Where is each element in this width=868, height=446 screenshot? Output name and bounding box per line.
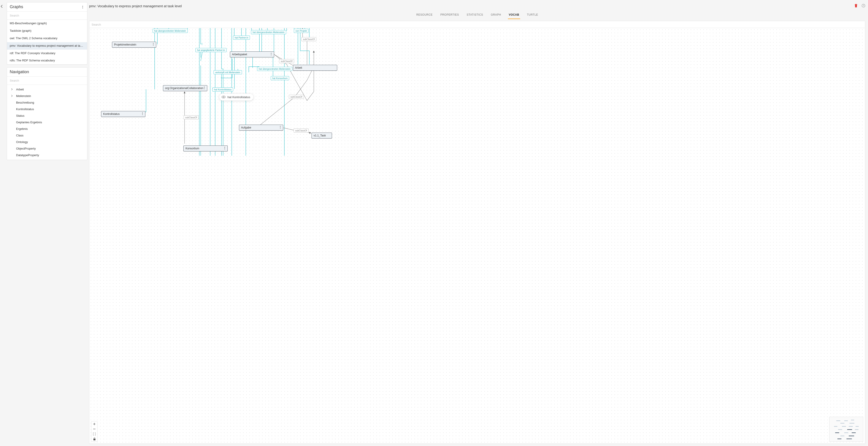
nav-item[interactable]: Beschreibung xyxy=(7,99,87,106)
relation-label[interactable]: verknüpft mit Meilenstein xyxy=(214,70,242,74)
graphs-more-icon[interactable]: ⋮ xyxy=(81,5,84,9)
minimap[interactable] xyxy=(829,417,863,442)
collapse-sidebar-button[interactable] xyxy=(0,4,4,9)
tab-properties[interactable]: PROPERTIES xyxy=(439,13,460,19)
node-menu-icon[interactable]: ⋮ xyxy=(270,53,273,55)
relation-label[interactable]: subClassOf xyxy=(279,59,294,63)
graphs-panel: Graphs ⋮ MS-Beschreibungen (graph)Taskli… xyxy=(7,2,87,65)
svg-text:?: ? xyxy=(863,4,864,7)
main-area: pmv: Vocabulary to express project manag… xyxy=(87,0,868,446)
nav-item-label: Ergebnis xyxy=(15,127,28,131)
lock-button[interactable] xyxy=(91,437,97,442)
node-label: Arbeitspaket xyxy=(232,53,247,56)
nav-item-label: ObjectProperty xyxy=(15,147,36,150)
node-label: Konsortium xyxy=(185,147,199,150)
graphs-search-input[interactable] xyxy=(7,11,87,20)
nav-item-label: Kontrollstatus xyxy=(15,107,34,111)
node-label: org:OrganizationalCollaboration xyxy=(165,87,204,90)
nav-item[interactable]: Arbeit xyxy=(7,86,87,93)
graphs-list-item[interactable]: MS-Beschreibungen (graph) xyxy=(7,20,87,27)
relation-label[interactable]: hat übergeordneten Meilenstein xyxy=(257,67,292,71)
relation-label[interactable]: subClassOf xyxy=(184,115,198,120)
node-org-collab[interactable]: org:OrganizationalCollaboration⋮ xyxy=(163,85,207,91)
zoom-controls xyxy=(91,421,97,442)
graphs-list-item[interactable]: pmv: Vocabulary to express project manag… xyxy=(7,42,87,50)
navigation-list: ArbeitMeilensteinBeschreibungKontrollsta… xyxy=(7,85,87,160)
relation-label[interactable]: hat übergeordneten Meilenstein xyxy=(153,29,188,33)
nav-item[interactable]: Status xyxy=(7,113,87,119)
tab-turtle[interactable]: TURTLE xyxy=(526,13,539,19)
nav-item-label: DatatypeProperty xyxy=(15,153,39,157)
navigation-title: Navigation xyxy=(10,70,29,74)
relation-label[interactable]: subClassOf xyxy=(293,128,309,133)
relation-label[interactable]: hat Partner:in xyxy=(233,36,250,40)
node-arbeitspaket[interactable]: Arbeitspaket⋮ xyxy=(230,52,274,57)
relation-label[interactable]: subClassOf xyxy=(289,95,304,99)
node-arbeit[interactable]: Arbeit xyxy=(293,65,337,71)
nav-item[interactable]: Geplantes Ergebnis xyxy=(7,119,87,126)
relation-label[interactable]: subClassOf xyxy=(301,37,316,41)
tab-vocab[interactable]: VOCAB xyxy=(508,13,520,19)
nav-item[interactable]: Class xyxy=(7,132,87,139)
relation-label[interactable]: von Projekt xyxy=(294,29,308,33)
node-label: v1.1_Task xyxy=(314,134,326,137)
page-title: pmv: Vocabulary to express project manag… xyxy=(89,4,182,8)
nav-item[interactable]: Ergebnis xyxy=(7,126,87,132)
tab-statistics[interactable]: STATISTICS xyxy=(466,13,484,19)
graphs-list-item[interactable]: owl: The OWL 2 Schema vocabulary xyxy=(7,35,87,42)
main-header: pmv: Vocabulary to express project manag… xyxy=(89,2,865,9)
nav-item-label: Class xyxy=(15,134,24,137)
help-icon[interactable]: ? xyxy=(862,4,865,8)
canvas-search xyxy=(89,21,865,28)
eye-icon xyxy=(221,95,226,99)
canvas-area: hat Kontrollstatus Projektmeilenstein⋮Ar… xyxy=(89,21,865,444)
tab-resource[interactable]: RESOURCE xyxy=(415,13,434,19)
canvas-search-input[interactable] xyxy=(89,21,865,28)
graphs-list-item[interactable]: rdfs: The RDF Schema vocabulary xyxy=(7,57,87,64)
tab-graph[interactable]: GRAPH xyxy=(490,13,502,19)
graphs-list-item[interactable]: Taskliste (graph) xyxy=(7,27,87,35)
node-menu-icon[interactable]: ⋮ xyxy=(152,43,155,45)
nav-item[interactable]: DatatypeProperty xyxy=(7,152,87,158)
node-menu-icon[interactable]: ⋮ xyxy=(203,86,206,89)
node-aufgabe[interactable]: Aufgabe⋮ xyxy=(239,125,283,131)
node-menu-icon[interactable]: ⋮ xyxy=(223,147,226,149)
navigation-search xyxy=(7,76,87,85)
tabs: RESOURCEPROPERTIESSTATISTICSGRAPHVOCABTU… xyxy=(89,11,865,19)
navigation-panel-header: Navigation xyxy=(7,67,87,76)
node-menu-icon[interactable]: ⋮ xyxy=(141,112,144,115)
nav-item-label: Status xyxy=(15,114,25,117)
graph-canvas[interactable]: hat Kontrollstatus Projektmeilenstein⋮Ar… xyxy=(89,28,865,444)
zoom-in-button[interactable] xyxy=(91,421,97,426)
node-label: Kontrollstatus xyxy=(103,113,120,116)
relation-label[interactable]: hat Konsortium xyxy=(271,76,289,80)
relation-label[interactable]: hat übergeordneten Meilenstein xyxy=(251,30,286,34)
graphs-list: MS-Beschreibungen (graph)Taskliste (grap… xyxy=(7,20,87,64)
nav-item-label: Meilenstein xyxy=(15,94,31,98)
nav-item[interactable]: Ontology xyxy=(7,139,87,145)
tooltip: hat Kontrollstatus xyxy=(219,93,253,101)
svg-rect-3 xyxy=(93,439,95,440)
nav-item-label: Ontology xyxy=(15,140,28,144)
chevron-right-icon[interactable] xyxy=(11,94,15,98)
relation-label[interactable]: hat angegliederte Partner:in xyxy=(195,48,226,52)
delete-icon[interactable] xyxy=(855,4,858,8)
chevron-right-icon[interactable] xyxy=(11,88,15,91)
node-v11task[interactable]: v1.1_Task xyxy=(312,133,332,138)
nav-item[interactable]: ObjectProperty xyxy=(7,145,87,152)
node-projektmeilenstein[interactable]: Projektmeilenstein⋮ xyxy=(112,42,156,47)
node-kontrollstatus[interactable]: Kontrollstatus⋮ xyxy=(101,111,145,117)
node-menu-icon[interactable]: ⋮ xyxy=(279,126,282,128)
navigation-search-input[interactable] xyxy=(7,76,87,85)
relation-label[interactable]: hat Kontrollstatus xyxy=(213,88,233,92)
node-label: Arbeit xyxy=(295,66,302,69)
fit-button[interactable] xyxy=(91,432,97,437)
tooltip-label: hat Kontrollstatus xyxy=(227,95,250,99)
node-konsortium[interactable]: Konsortium⋮ xyxy=(183,146,228,151)
graphs-search xyxy=(7,11,87,20)
graphs-list-item[interactable]: rdf: The RDF Concepts Vocabulary xyxy=(7,50,87,57)
nav-item[interactable]: Meilenstein xyxy=(7,93,87,99)
graphs-title: Graphs xyxy=(10,4,23,9)
nav-item[interactable]: Kontrollstatus xyxy=(7,106,87,113)
zoom-out-button[interactable] xyxy=(91,426,97,432)
